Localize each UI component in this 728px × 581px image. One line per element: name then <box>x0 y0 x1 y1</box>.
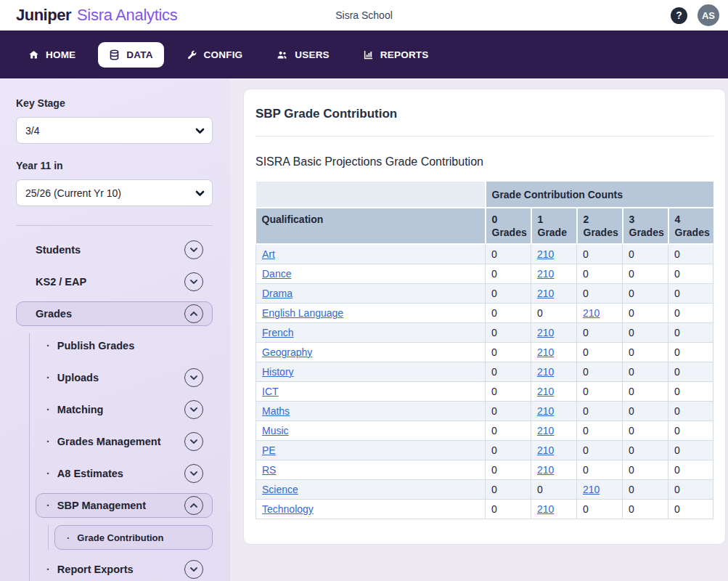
year-select[interactable]: 25/26 (Current Yr 10) <box>16 179 213 206</box>
chevron-down-icon[interactable] <box>184 272 203 291</box>
count-value: 0 <box>577 244 623 264</box>
count-value: 0 <box>623 499 668 519</box>
avatar[interactable]: AS <box>698 4 719 26</box>
bullet-icon: · <box>46 468 50 479</box>
count-link[interactable]: 210 <box>537 503 554 515</box>
count-link[interactable]: 210 <box>537 425 554 436</box>
sidebar-item-grade-contribution[interactable]: ·Grade Contribution <box>54 525 213 550</box>
count-link[interactable]: 210 <box>583 484 600 495</box>
chevron-down-icon[interactable] <box>184 464 203 483</box>
count-link[interactable]: 210 <box>537 464 554 476</box>
nav-label: DATA <box>126 49 152 60</box>
nav-item-users[interactable]: USERS <box>265 42 340 68</box>
help-icon[interactable]: ? <box>671 7 687 24</box>
chevron-up-icon[interactable] <box>184 496 203 515</box>
count-value: 0 <box>577 342 623 362</box>
count-value: 0 <box>623 381 668 401</box>
key-stage-select-wrap: 3/4 <box>16 117 213 144</box>
count-value: 0 <box>486 401 531 420</box>
table-row: History0210000 <box>256 362 713 381</box>
nav-item-data[interactable]: DATA <box>98 42 163 68</box>
chevron-down-icon[interactable] <box>184 368 203 387</box>
sidebar-item-label: Students <box>36 244 184 256</box>
count-link[interactable]: 210 <box>537 268 554 280</box>
qualification-link[interactable]: Drama <box>262 288 293 299</box>
chevron-down-icon[interactable] <box>184 560 203 579</box>
count-link[interactable]: 210 <box>537 248 554 260</box>
sidebar-item-report-exports[interactable]: ·Report Exports <box>30 557 213 581</box>
sidebar-item-ks2-eap[interactable]: KS2 / EAP <box>16 269 213 294</box>
wrench-icon <box>187 49 197 60</box>
qualification-link[interactable]: ICT <box>262 386 279 397</box>
sidebar-item-sbp-management[interactable]: ·SBP Management <box>36 493 213 518</box>
sidebar-item-label: Report Exports <box>57 564 184 575</box>
chevron-down-icon[interactable] <box>184 240 203 259</box>
count-header-3-grades: 3Grades <box>623 208 668 244</box>
sidebar-item-label: Grade Contribution <box>77 532 203 543</box>
chevron-down-icon[interactable] <box>184 432 203 451</box>
count-link[interactable]: 210 <box>537 386 554 397</box>
bullet-icon: · <box>67 532 70 543</box>
sidebar-item-uploads[interactable]: ·Uploads <box>30 365 213 390</box>
count-header-0-grades: 0Grades <box>486 208 531 244</box>
sidebar-item-label: Grades <box>36 308 184 320</box>
qualification-link[interactable]: Dance <box>262 268 291 280</box>
qualification-link[interactable]: RS <box>262 464 276 476</box>
sidebar-tree: StudentsKS2 / EAPGrades·Publish Grades·U… <box>16 237 213 581</box>
qualification-link[interactable]: PE <box>262 444 276 456</box>
count-value: 0 <box>486 420 531 440</box>
count-value: 0 <box>486 303 531 322</box>
main-nav: HOME DATA CONFIG USERS REPORTS <box>0 31 728 78</box>
count-value: 0 <box>623 342 668 362</box>
count-value: 0 <box>668 244 713 264</box>
group-header-row: Grade Contribution Counts <box>256 182 713 208</box>
sidebar-item-publish-grades[interactable]: ·Publish Grades <box>30 333 213 358</box>
sidebar-item-students[interactable]: Students <box>16 237 213 262</box>
count-link[interactable]: 210 <box>583 307 600 319</box>
count-value: 0 <box>623 283 668 303</box>
count-value: 0 <box>623 362 668 381</box>
qualification-link[interactable]: Music <box>262 425 289 436</box>
nav-item-home[interactable]: HOME <box>17 42 86 68</box>
nav-item-reports[interactable]: REPORTS <box>352 42 440 68</box>
table-row: Dance0210000 <box>256 264 713 283</box>
count-value: 0 <box>668 264 713 283</box>
count-link[interactable]: 210 <box>537 366 554 378</box>
grade-contribution-table: Grade Contribution Counts Qualification … <box>255 182 713 519</box>
key-stage-label: Key Stage <box>16 97 213 109</box>
nav-item-config[interactable]: CONFIG <box>176 42 254 68</box>
count-link[interactable]: 210 <box>537 346 554 358</box>
qualification-link[interactable]: French <box>262 327 294 338</box>
sidebar-item-grades-management[interactable]: ·Grades Management <box>30 429 213 454</box>
sidebar: Key Stage 3/4 Year 11 in 25/26 (Current … <box>0 78 230 581</box>
count-link[interactable]: 210 <box>537 405 554 417</box>
count-link[interactable]: 210 <box>537 444 554 456</box>
count-value: 0 <box>668 342 713 362</box>
sidebar-item-matching[interactable]: ·Matching <box>30 397 213 422</box>
key-stage-select[interactable]: 3/4 <box>16 117 213 144</box>
qualification-link[interactable]: Technology <box>262 503 314 515</box>
qualification-link[interactable]: Geography <box>262 346 312 358</box>
qualification-link[interactable]: Science <box>262 484 298 495</box>
nav-label: HOME <box>46 49 75 60</box>
qualification-link[interactable]: History <box>262 366 294 378</box>
count-link[interactable]: 210 <box>537 288 554 299</box>
home-icon <box>28 49 39 60</box>
chevron-up-icon[interactable] <box>184 304 203 323</box>
count-value: 0 <box>668 401 713 420</box>
chart-icon <box>363 49 374 60</box>
school-name: Sisra School <box>335 9 393 21</box>
count-value: 0 <box>668 499 713 519</box>
column-header-row: Qualification 0Grades1Grade2Grades3Grade… <box>256 208 713 244</box>
sidebar-item-label: Matching <box>57 404 184 415</box>
qualification-link[interactable]: Maths <box>262 405 290 417</box>
sidebar-item-a8-estimates[interactable]: ·A8 Estimates <box>30 461 213 486</box>
qualification-link[interactable]: English Language <box>262 307 343 319</box>
qualification-link[interactable]: Art <box>262 248 275 260</box>
count-value: 0 <box>577 362 623 381</box>
table-row: Geography0210000 <box>256 342 713 362</box>
count-link[interactable]: 210 <box>537 327 554 338</box>
chevron-down-icon[interactable] <box>184 400 203 419</box>
sidebar-item-grades[interactable]: Grades <box>16 301 213 326</box>
year-select-wrap: 25/26 (Current Yr 10) <box>16 179 213 206</box>
